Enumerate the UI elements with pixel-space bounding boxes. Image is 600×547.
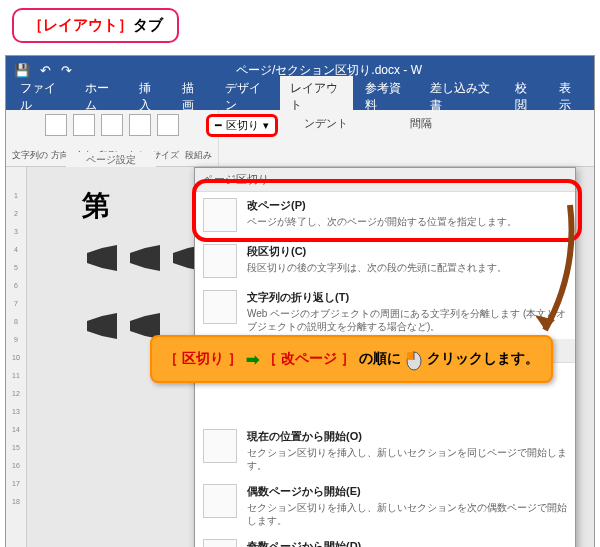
page-break-icon [203, 198, 237, 232]
menuitem-title: 改ページ(P) [247, 198, 567, 213]
menuitem-title: 現在の位置から開始(O) [247, 429, 567, 444]
callout-text-mid: の順に [359, 350, 401, 368]
breaks-button[interactable]: ━ 区切り ▾ [206, 114, 278, 137]
vertical-ruler: 123456789101112131415161718 [6, 167, 27, 547]
callout-instruction: ［区切り］ ➡ ［改ページ］ の順に クリックします。 [150, 335, 553, 383]
menuitem-desc: 段区切りの後の文字列は、次の段の先頭に配置されます。 [247, 261, 567, 274]
bracket: ［ [263, 350, 277, 368]
bracket: ］ [118, 16, 133, 33]
callout-layout-tab: ［レイアウト］タブ [12, 8, 179, 43]
menuitem-desc: ページが終了し、次のページが開始する位置を指定します。 [247, 215, 567, 228]
callout-text-tail: クリックします。 [427, 350, 539, 368]
arrow-right-icon: ➡ [246, 350, 259, 369]
text-direction-label: 文字列の 方向 [12, 149, 69, 164]
size-label: サイズ [152, 149, 179, 164]
callout-suffix: タブ [133, 16, 163, 33]
callout-label: レイアウト [43, 16, 118, 33]
breaks-icon: ━ [215, 119, 222, 132]
continuous-icon [203, 429, 237, 463]
bracket: ］ [228, 350, 242, 368]
menuitem-text-wrapping-break[interactable]: 文字列の折り返し(T) Web ページのオブジェクトの周囲にある文字列を分離しま… [195, 284, 575, 339]
spacing-label: 間隔 [410, 116, 432, 131]
ribbon: 文字列の 方向 余白 印刷の 向き サイズ 段組み ━ 区切り ▾ ンデント 間… [6, 110, 594, 167]
menuitem-desc: セクション区切りを挿入し、新しいセクションを同じページで開始します。 [247, 446, 567, 472]
margins-button[interactable] [73, 114, 95, 136]
bracket: ［ [164, 350, 178, 368]
columns-label: 段組み [185, 149, 212, 164]
odd-page-icon [203, 539, 237, 547]
menuitem-continuous[interactable]: 現在の位置から開始(O) セクション区切りを挿入し、新しいセクションを同じページ… [195, 423, 575, 478]
megaphone-icon [125, 243, 165, 273]
menuitem-column-break[interactable]: 段区切り(C) 段区切りの後の文字列は、次の段の先頭に配置されます。 [195, 238, 575, 284]
bracket: ［ [28, 16, 43, 33]
size-button[interactable] [129, 114, 151, 136]
svg-rect-1 [407, 352, 414, 360]
mouse-icon [405, 347, 423, 371]
menuitem-desc: セクション区切りを挿入し、新しいセクションを次の偶数ページで開始します。 [247, 501, 567, 527]
word-window: 💾 ↶ ↷ ページ/セクション区切り.docx - W ファイル ホーム 挿入 … [5, 55, 595, 547]
menuitem-desc: Web ページのオブジェクトの周囲にある文字列を分離します (本文とオブジェクト… [247, 307, 567, 333]
callout-pagebreak: 改ページ [281, 350, 337, 368]
chevron-down-icon: ▾ [263, 119, 269, 132]
even-page-icon [203, 484, 237, 518]
menuitem-odd-page[interactable]: 奇数ページから開始(D) セクション区切りを挿入し、新しいセクションを次の奇数ペ… [195, 533, 575, 547]
menuitem-even-page[interactable]: 偶数ページから開始(E) セクション区切りを挿入し、新しいセクションを次の偶数ペ… [195, 478, 575, 533]
megaphone-icon [82, 311, 122, 341]
indent-label: ンデント [304, 116, 348, 131]
text-wrap-icon [203, 290, 237, 324]
columns-button[interactable] [157, 114, 179, 136]
page-setup-group-label: ページ設定 [66, 152, 156, 168]
breaks-label: 区切り [226, 118, 259, 133]
bracket: ］ [341, 350, 355, 368]
orientation-button[interactable] [101, 114, 123, 136]
callout-breaks: 区切り [182, 350, 224, 368]
menuitem-title: 奇数ページから開始(D) [247, 539, 567, 547]
menuitem-title: 文字列の折り返し(T) [247, 290, 567, 305]
text-direction-button[interactable] [45, 114, 67, 136]
column-break-icon [203, 244, 237, 278]
ribbon-tabs: ファイル ホーム 挿入 描画 デザイン レイアウト 参考資料 差し込み文書 校閲… [6, 84, 594, 110]
menuitem-title: 偶数ページから開始(E) [247, 484, 567, 499]
doc-heading: 第 [82, 187, 212, 225]
dropdown-header-page-breaks: ページ区切り [195, 168, 575, 192]
megaphone-icon [82, 243, 122, 273]
menuitem-page-break[interactable]: 改ページ(P) ページが終了し、次のページが開始する位置を指定します。 [195, 192, 575, 238]
menuitem-title: 段区切り(C) [247, 244, 567, 259]
annotation-curve-arrow-icon [530, 200, 580, 340]
